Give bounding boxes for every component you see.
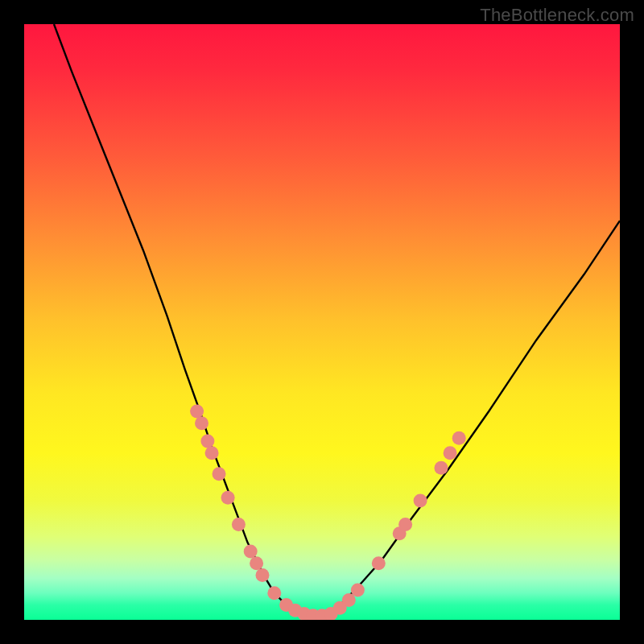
plot-area xyxy=(24,24,620,620)
highlight-dots xyxy=(190,405,466,621)
highlight-dot xyxy=(200,435,214,448)
highlight-dot xyxy=(250,556,263,570)
outer-frame: TheBottleneck.com xyxy=(0,0,644,644)
chart-svg xyxy=(24,24,620,620)
highlight-dot xyxy=(205,446,219,460)
highlight-dot xyxy=(351,584,365,597)
highlight-dot xyxy=(452,431,466,445)
highlight-dot xyxy=(213,467,226,481)
highlight-dot xyxy=(244,544,258,558)
highlight-dot xyxy=(195,416,208,430)
highlight-dot xyxy=(435,461,448,475)
highlight-dot xyxy=(267,586,281,600)
highlight-dot xyxy=(256,568,270,582)
highlight-dot xyxy=(190,405,204,419)
highlight-dot xyxy=(232,518,246,531)
highlight-dot xyxy=(221,491,235,505)
highlight-dot xyxy=(398,518,412,531)
bottleneck-curve xyxy=(54,24,620,617)
highlight-dot xyxy=(372,556,386,570)
highlight-dot xyxy=(444,446,457,460)
highlight-dot xyxy=(414,494,427,508)
watermark-label: TheBottleneck.com xyxy=(480,5,634,26)
